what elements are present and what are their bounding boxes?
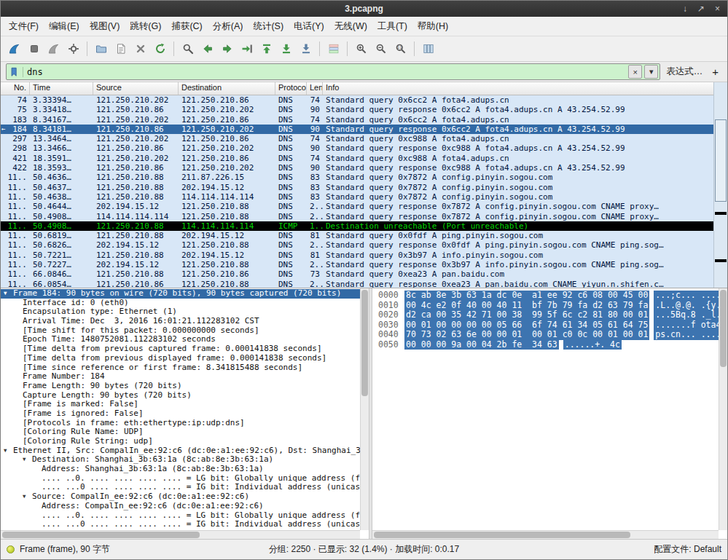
menu-item-s[interactable]: 统计(S): [248, 18, 289, 35]
detail-line[interactable]: Epoch Time: 1480752081.112283102 seconds: [1, 335, 360, 344]
detail-line[interactable]: .... ..0. .... .... .... .... = LG bit: …: [1, 474, 360, 484]
stop-capture-button[interactable]: [24, 39, 44, 59]
column-header-info[interactable]: Info: [323, 82, 714, 95]
go-to-packet-button[interactable]: [237, 39, 257, 59]
minimize-button[interactable]: ↓: [683, 1, 687, 17]
detail-line[interactable]: [Coloring Rule Name: UDP]: [1, 427, 360, 437]
hex-row[interactable]: 003000 01 00 00 00 00 05 66 6f 74 61 34 …: [378, 320, 719, 331]
detail-line[interactable]: Capture Length: 90 bytes (720 bits): [1, 391, 360, 401]
packet-row[interactable]: 1848.34181…121.250.210.86121.250.210.202…: [1, 125, 714, 134]
go-last-button[interactable]: [276, 39, 296, 59]
hex-row[interactable]: 0020d2 ca 00 35 42 71 00 38 99 5f 6c c2 …: [378, 310, 719, 320]
detail-line[interactable]: [Time since reference or first frame: 8.…: [1, 363, 360, 373]
start-capture-button[interactable]: [4, 39, 24, 59]
hex-vertical-scrollbar[interactable]: [719, 288, 727, 530]
packet-row[interactable]: 29713.3464…121.250.210.202121.250.210.86…: [1, 134, 714, 143]
column-header-destination[interactable]: Destination: [179, 82, 275, 95]
menu-item-t[interactable]: 工具(T): [372, 18, 412, 35]
scrollbar-thumb[interactable]: [2, 532, 200, 538]
detail-line[interactable]: Address: CompalIn_ee:92:c6 (dc:0e:a1:ee:…: [1, 502, 360, 511]
hex-row[interactable]: 001000 4c e2 0f 40 00 40 11 bf 7b 79 fa …: [378, 301, 719, 311]
close-button[interactable]: ×: [715, 1, 720, 17]
menu-item-f[interactable]: 文件(F): [4, 18, 44, 35]
open-file-button[interactable]: [91, 39, 111, 59]
packet-row[interactable]: 1838.34167…121.250.210.202121.250.210.86…: [1, 115, 714, 125]
packet-row[interactable]: 29813.3466…121.250.210.86121.250.210.202…: [1, 143, 714, 153]
detail-line[interactable]: ▼Destination: Shanghai_3b:63:1a (8c:ab:8…: [1, 455, 360, 465]
expression-button[interactable]: 表达式…: [666, 66, 702, 78]
detail-line[interactable]: .... ...0 .... .... .... .... = IG bit: …: [1, 520, 360, 529]
packet-list-scrollbar[interactable]: [713, 82, 727, 288]
packet-row[interactable]: 11..66.0846…121.250.210.88121.250.210.86…: [1, 269, 714, 279]
detail-line[interactable]: [Time delta from previous captured frame…: [1, 344, 360, 354]
packet-row[interactable]: 11..50.4636…121.250.210.88211.87.226.15D…: [1, 173, 714, 182]
scrollbar-thumb[interactable]: [715, 119, 727, 202]
column-header-length[interactable]: Length: [307, 82, 323, 95]
scrollbar-thumb[interactable]: [720, 290, 727, 367]
title-bar[interactable]: 3.pcapng ↓ ↗ ×: [1, 1, 727, 17]
packet-row[interactable]: 11..50.4638…121.250.210.88114.114.114.11…: [1, 192, 714, 202]
close-file-button[interactable]: [130, 39, 150, 59]
display-filter-input[interactable]: dns: [27, 67, 626, 77]
display-filter-field[interactable]: dns × ▾: [6, 63, 660, 80]
auto-scroll-button[interactable]: [296, 39, 316, 59]
detail-line[interactable]: .... ...0 .... .... .... .... = IG bit: …: [1, 483, 360, 492]
packet-row[interactable]: 42118.3591…121.250.210.202121.250.210.86…: [1, 154, 714, 163]
detail-line[interactable]: ▼Frame 184: 90 bytes on wire (720 bits),…: [1, 289, 360, 299]
filter-clear-button[interactable]: ×: [628, 65, 642, 79]
column-header-source[interactable]: Source: [93, 82, 179, 95]
detail-line[interactable]: [Frame is ignored: False]: [1, 409, 360, 419]
detail-line[interactable]: [Frame is marked: False]: [1, 400, 360, 409]
go-first-button[interactable]: [257, 39, 276, 59]
reload-file-button[interactable]: [150, 39, 170, 59]
status-profile[interactable]: 配置文件: Default: [459, 543, 721, 556]
detail-line[interactable]: ▼Ethernet II, Src: CompalIn_ee:92:c6 (dc…: [1, 446, 360, 456]
packet-row[interactable]: 11..50.7221…121.250.210.88202.194.15.12D…: [1, 251, 714, 260]
detail-line[interactable]: .... ..0. .... .... .... .... = LG bit: …: [1, 511, 360, 521]
capture-options-button[interactable]: [63, 39, 83, 59]
resize-columns-button[interactable]: [418, 39, 438, 59]
filter-bookmark-icon[interactable]: [8, 67, 23, 77]
menu-item-y[interactable]: 电话(Y): [289, 18, 329, 35]
expand-icon[interactable]: ▼: [4, 289, 13, 299]
save-file-button[interactable]: [111, 39, 130, 59]
packet-row[interactable]: 11..66.0854…121.250.210.86121.250.210.88…: [1, 280, 714, 288]
packet-row[interactable]: 11..50.7227…202.194.15.12121.250.210.88D…: [1, 260, 714, 269]
detail-line[interactable]: [Time delta from previous displayed fram…: [1, 354, 360, 363]
detail-line[interactable]: [Coloring Rule String: udp]: [1, 437, 360, 446]
expand-icon[interactable]: ▼: [23, 492, 32, 502]
packet-row[interactable]: 753.33418…121.250.210.86121.250.210.202D…: [1, 105, 714, 114]
filter-dropdown-button[interactable]: ▾: [644, 65, 658, 79]
detail-line[interactable]: Arrival Time: Dec 3, 2016 16:01:21.11228…: [1, 317, 360, 326]
expand-icon[interactable]: ▼: [23, 455, 32, 465]
menu-item-c[interactable]: 捕获(C): [166, 18, 207, 35]
zoom-out-button[interactable]: [371, 39, 391, 59]
detail-line[interactable]: Frame Length: 90 bytes (720 bits): [1, 382, 360, 391]
packet-row[interactable]: 743.33394…121.250.210.202121.250.210.86D…: [1, 95, 714, 105]
packet-row[interactable]: 11..50.4908…114.114.114.114121.250.210.8…: [1, 212, 714, 221]
add-filter-button[interactable]: +: [708, 66, 722, 78]
packet-row[interactable]: 11..50.4644…202.194.15.12121.250.210.88D…: [1, 202, 714, 211]
expand-icon[interactable]: ▼: [4, 446, 13, 456]
detail-line[interactable]: Encapsulation type: Ethernet (1): [1, 307, 360, 317]
detail-line[interactable]: Interface id: 0 (eth0): [1, 299, 360, 308]
expert-info-icon[interactable]: [7, 545, 15, 553]
maximize-button[interactable]: ↗: [697, 1, 705, 17]
detail-line[interactable]: [Time shift for this packet: 0.000000000…: [1, 326, 360, 336]
details-vertical-scrollbar[interactable]: [360, 288, 369, 530]
go-back-button[interactable]: [197, 39, 217, 59]
hex-horizontal-scrollbar[interactable]: [372, 530, 719, 539]
colorize-packets-button[interactable]: [324, 39, 343, 59]
menu-item-g[interactable]: 跳转(G): [125, 18, 166, 35]
find-packet-button[interactable]: [178, 39, 197, 59]
hex-row[interactable]: 00008c ab 8e 3b 63 1a dc 0e a1 ee 92 c6 …: [378, 291, 719, 301]
restart-capture-button[interactable]: [44, 39, 63, 59]
details-horizontal-scrollbar[interactable]: [1, 530, 360, 539]
scrollbar-thumb[interactable]: [374, 532, 630, 538]
packet-row[interactable]: 42218.3593…121.250.210.86121.250.210.202…: [1, 163, 714, 173]
hex-row[interactable]: 004070 73 02 63 6e 00 00 01 00 01 c0 0c …: [378, 330, 719, 340]
detail-line[interactable]: Frame Number: 184: [1, 372, 360, 382]
detail-line[interactable]: ▼Source: CompalIn_ee:92:c6 (dc:0e:a1:ee:…: [1, 492, 360, 502]
column-header-protocol[interactable]: Protocol: [275, 82, 307, 95]
hex-row[interactable]: 005000 00 00 9a 00 04 2b fe 34 63......+…: [378, 340, 719, 350]
